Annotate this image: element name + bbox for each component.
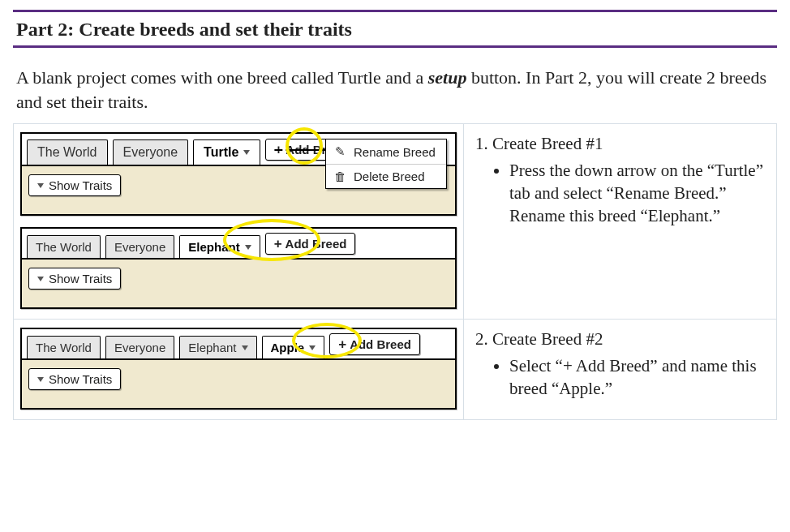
chevron-down-icon[interactable] bbox=[309, 345, 316, 350]
step-row-1: The World Everyone Turtle + Add Breed Sh… bbox=[14, 124, 776, 319]
tab-label: Turtle bbox=[204, 145, 238, 160]
tab-elephant[interactable]: Elephant bbox=[179, 336, 256, 358]
show-traits-label: Show Traits bbox=[49, 372, 112, 386]
app-panel-apple: The World Everyone Elephant Apple + Add … bbox=[20, 328, 457, 410]
tab-everyone[interactable]: Everyone bbox=[105, 336, 174, 358]
plus-icon: + bbox=[274, 237, 282, 251]
tab-elephant[interactable]: Elephant bbox=[179, 235, 260, 258]
chevron-down-icon[interactable] bbox=[243, 150, 250, 155]
plus-icon: + bbox=[274, 143, 282, 157]
panel-body: Show Traits bbox=[22, 360, 455, 408]
tab-everyone[interactable]: Everyone bbox=[113, 139, 189, 165]
menu-item-label: Delete Breed bbox=[354, 169, 425, 183]
tabs-row: The World Everyone Elephant Apple + Add … bbox=[22, 329, 455, 360]
tab-everyone[interactable]: Everyone bbox=[105, 235, 174, 258]
add-breed-label: Add Breed bbox=[286, 237, 347, 251]
app-panel-turtle: The World Everyone Turtle + Add Breed Sh… bbox=[20, 132, 457, 216]
add-breed-button[interactable]: + Add Breed bbox=[329, 333, 420, 355]
tab-apple[interactable]: Apple bbox=[262, 336, 325, 358]
step-2-image-cell: The World Everyone Elephant Apple + Add … bbox=[14, 320, 464, 419]
tab-label: Everyone bbox=[114, 341, 165, 354]
plus-icon: + bbox=[338, 337, 346, 351]
instruction-grid: The World Everyone Turtle + Add Breed Sh… bbox=[13, 123, 777, 420]
tab-the-world[interactable]: The World bbox=[27, 235, 101, 258]
show-traits-button[interactable]: Show Traits bbox=[28, 268, 121, 290]
menu-item-delete-breed[interactable]: 🗑 Delete Breed bbox=[326, 164, 446, 188]
section-title: Part 2: Create breeds and set their trai… bbox=[13, 17, 777, 45]
tab-label: The World bbox=[37, 145, 97, 160]
chevron-down-icon bbox=[37, 277, 44, 281]
section-rule-bottom bbox=[13, 45, 777, 48]
tab-the-world[interactable]: The World bbox=[27, 336, 101, 358]
panel-body: Show Traits bbox=[22, 260, 455, 307]
tab-label: The World bbox=[36, 240, 92, 254]
chevron-down-icon bbox=[37, 377, 44, 382]
show-traits-button[interactable]: Show Traits bbox=[28, 174, 121, 196]
app-panel-elephant: The World Everyone Elephant + Add Breed … bbox=[20, 227, 457, 309]
tab-label: Elephant bbox=[188, 341, 236, 354]
intro-paragraph: A blank project comes with one breed cal… bbox=[13, 66, 777, 114]
chevron-down-icon[interactable] bbox=[242, 345, 248, 350]
step-bullets: Press the down arrow on the “Turtle” tab… bbox=[475, 159, 765, 228]
step-title: 1. Create Breed #1 bbox=[475, 132, 765, 155]
intro-setup-word: setup bbox=[428, 67, 467, 88]
breed-context-menu: ✎ Rename Breed 🗑 Delete Breed bbox=[325, 139, 447, 189]
show-traits-button[interactable]: Show Traits bbox=[28, 368, 121, 390]
tab-the-world[interactable]: The World bbox=[27, 139, 108, 165]
tab-label: Elephant bbox=[188, 240, 239, 254]
step-1-image-cell: The World Everyone Turtle + Add Breed Sh… bbox=[14, 124, 464, 319]
step-2-text-cell: 2. Create Breed #2 Select “+ Add Breed” … bbox=[464, 320, 776, 419]
show-traits-label: Show Traits bbox=[49, 272, 112, 285]
chevron-down-icon[interactable] bbox=[245, 245, 251, 250]
section-rule-top bbox=[13, 10, 777, 12]
add-breed-label: Add Breed bbox=[350, 337, 411, 351]
tab-label: Everyone bbox=[114, 240, 165, 254]
tab-label: Everyone bbox=[123, 145, 178, 160]
step-bullet: Select “+ Add Breed” and name this breed… bbox=[509, 354, 765, 401]
trash-icon: 🗑 bbox=[334, 169, 346, 183]
step-bullet: Press the down arrow on the “Turtle” tab… bbox=[509, 159, 765, 228]
add-breed-button[interactable]: + Add Breed bbox=[265, 233, 356, 255]
step-title: 2. Create Breed #2 bbox=[475, 328, 765, 350]
step-1-text-cell: 1. Create Breed #1 Press the down arrow … bbox=[464, 124, 776, 319]
intro-pre: A blank project comes with one breed cal… bbox=[16, 67, 428, 88]
tabs-row: The World Everyone Elephant + Add Breed bbox=[22, 229, 455, 260]
step-bullets: Select “+ Add Breed” and name this breed… bbox=[475, 354, 765, 401]
pencil-icon: ✎ bbox=[334, 144, 346, 159]
menu-item-rename-breed[interactable]: ✎ Rename Breed bbox=[326, 139, 446, 164]
tab-label: The World bbox=[36, 341, 92, 354]
tab-turtle[interactable]: Turtle bbox=[193, 139, 260, 165]
tab-label: Apple bbox=[271, 341, 305, 354]
chevron-down-icon bbox=[37, 183, 44, 188]
show-traits-label: Show Traits bbox=[49, 178, 112, 192]
step-row-2: The World Everyone Elephant Apple + Add … bbox=[14, 319, 776, 419]
menu-item-label: Rename Breed bbox=[354, 145, 436, 159]
